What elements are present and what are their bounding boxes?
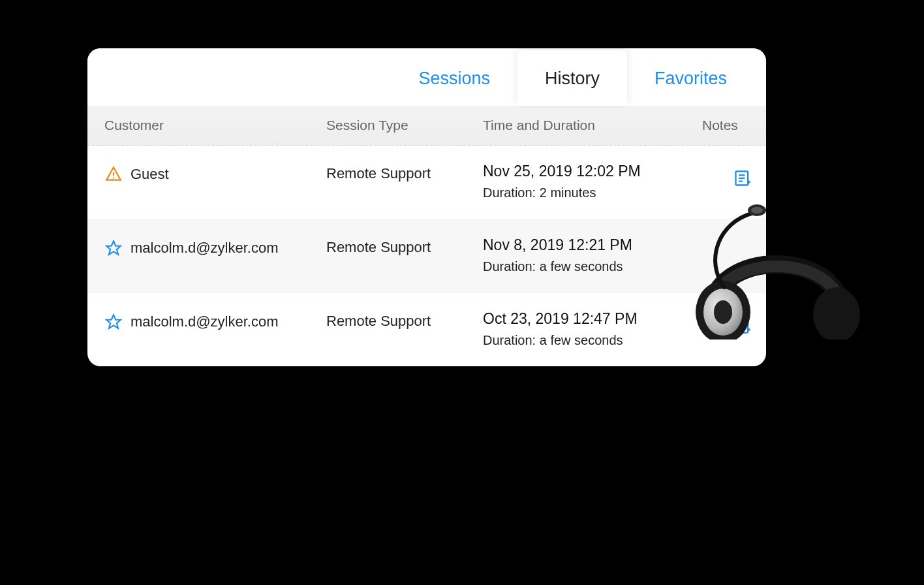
table-row[interactable]: malcolm.d@zylker.com Remote Support Oct …	[87, 293, 766, 366]
customer-cell: malcolm.d@zylker.com	[104, 310, 326, 331]
tab-favorites[interactable]: Favorites	[627, 50, 754, 106]
time-cell: Oct 23, 2019 12:47 PM Duration: a few se…	[483, 310, 702, 348]
column-headers: Customer Session Type Time and Duration …	[87, 106, 766, 146]
table-row[interactable]: malcolm.d@zylker.com Remote Support Nov …	[87, 219, 766, 293]
col-session-type: Session Type	[326, 118, 483, 133]
col-customer: Customer	[104, 118, 326, 133]
history-panel: Sessions History Favorites Customer Sess…	[87, 48, 766, 366]
tab-sessions[interactable]: Sessions	[391, 50, 517, 106]
customer-name: malcolm.d@zylker.com	[131, 313, 279, 330]
col-notes: Notes	[702, 118, 766, 133]
star-icon[interactable]	[104, 313, 123, 331]
duration: Duration: a few seconds	[483, 259, 702, 274]
customer-name: malcolm.d@zylker.com	[131, 240, 279, 257]
tab-history[interactable]: History	[517, 50, 627, 106]
notes-cell	[702, 310, 766, 338]
customer-cell: malcolm.d@zylker.com	[104, 236, 326, 257]
table-row[interactable]: Guest Remote Support Nov 25, 2019 12:02 …	[87, 146, 766, 219]
warning-icon	[104, 165, 123, 183]
svg-point-1	[113, 177, 114, 178]
svg-point-19	[813, 287, 860, 340]
timestamp: Oct 23, 2019 12:47 PM	[483, 310, 702, 328]
notes-cell	[702, 163, 766, 190]
col-time: Time and Duration	[483, 118, 702, 133]
tab-bar: Sessions History Favorites	[87, 48, 766, 106]
time-cell: Nov 8, 2019 12:21 PM Duration: a few sec…	[483, 236, 702, 274]
svg-marker-8	[106, 241, 121, 255]
customer-cell: Guest	[104, 163, 326, 183]
duration: Duration: 2 minutes	[483, 185, 702, 200]
notes-cell	[702, 236, 766, 243]
duration: Duration: a few seconds	[483, 333, 702, 348]
star-icon[interactable]	[104, 239, 123, 257]
add-note-icon[interactable]	[733, 317, 752, 338]
svg-marker-9	[106, 315, 121, 328]
add-note-icon[interactable]	[733, 169, 752, 190]
session-type-cell: Remote Support	[326, 310, 483, 330]
customer-name: Guest	[131, 166, 169, 183]
time-cell: Nov 25, 2019 12:02 PM Duration: 2 minute…	[483, 163, 702, 200]
session-type-cell: Remote Support	[326, 236, 483, 256]
timestamp: Nov 8, 2019 12:21 PM	[483, 236, 702, 254]
timestamp: Nov 25, 2019 12:02 PM	[483, 163, 702, 180]
session-type-cell: Remote Support	[326, 163, 483, 182]
